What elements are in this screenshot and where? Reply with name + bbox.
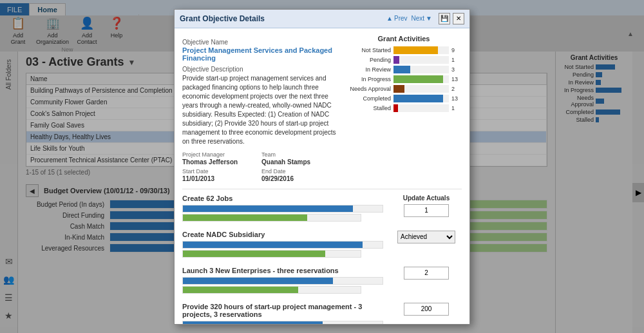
obj-bar-container-blue — [182, 241, 383, 249]
modal-titlebar: Grant Objective Details ▲ Prev Next ▼ 💾 … — [175, 10, 469, 28]
modal-right: Grant Activities Not Started 9 Pending 1… — [346, 35, 462, 182]
pm-value: Thomas Jefferson — [182, 158, 238, 166]
activity-bar-wrap — [393, 56, 449, 64]
objective-left: Create 62 Jobs — [182, 195, 383, 222]
end-date-cell: End Date 09/29/2016 — [261, 168, 338, 182]
activity-row: In Progress 13 — [346, 75, 462, 83]
activity-row: Stalled 1 — [346, 104, 462, 112]
activity-count: 3 — [451, 66, 462, 73]
obj-bar-blue — [183, 278, 333, 284]
activity-bar-wrap — [393, 75, 449, 83]
update-row — [391, 204, 462, 217]
obj-bar-container-green — [182, 214, 361, 222]
update-row: Achieved — [391, 231, 462, 243]
objective-split: Create 62 Jobs Update — [182, 195, 462, 222]
obj-bar-container-blue — [182, 205, 383, 213]
achieved-select[interactable]: Achieved — [397, 231, 455, 243]
objective-title: Launch 3 New Enterprises - three reserva… — [182, 267, 383, 274]
info-grid: Project Manager Thomas Jefferson Team Qu… — [182, 151, 338, 182]
modal-save-button[interactable]: 💾 — [439, 13, 450, 24]
objectives-section: Create 62 Jobs Update — [182, 189, 462, 325]
activity-label: Needs Approval — [346, 86, 391, 92]
activity-row: In Review 3 — [346, 66, 462, 73]
activity-label: Not Started — [346, 47, 391, 53]
activity-row: Needs Approval 2 — [346, 85, 462, 93]
objective-row: Create NADC Subsidiary — [182, 231, 462, 258]
activity-row: Pending 1 — [346, 56, 462, 64]
objective-left: Create NADC Subsidiary — [182, 231, 383, 258]
activity-label: In Review — [346, 66, 391, 73]
next-button[interactable]: Next ▼ — [412, 15, 432, 22]
objective-name-label: Objective Name — [182, 39, 338, 46]
prev-button[interactable]: ▲ Prev — [386, 15, 407, 22]
activity-bar — [393, 75, 443, 83]
modal-nav: ▲ Prev Next ▼ — [386, 15, 432, 22]
update-input[interactable] — [404, 204, 449, 217]
activity-bar — [393, 95, 443, 102]
grant-objective-modal: Grant Objective Details ▲ Prev Next ▼ 💾 … — [174, 9, 470, 325]
update-row — [391, 267, 462, 280]
modal-title: Grant Objective Details — [180, 14, 386, 23]
obj-bars: 200 — [182, 321, 383, 325]
activity-label: Stalled — [346, 105, 391, 111]
obj-bar-container-blue — [182, 277, 383, 285]
obj-bar-container-green — [182, 286, 361, 294]
obj-bar-blue — [183, 242, 363, 248]
obj-bars — [182, 205, 383, 222]
start-date-label: Start Date — [182, 168, 259, 175]
activity-count: 13 — [451, 95, 462, 102]
objective-split: Provide 320 hours of start-up project ma… — [182, 303, 462, 325]
activity-count: 2 — [451, 86, 462, 92]
end-date-label: End Date — [261, 168, 338, 175]
update-actuals-label: Update Actuals — [391, 195, 462, 202]
start-date-value: 11/01/2013 — [182, 175, 214, 182]
pm-label: Project Manager — [182, 151, 259, 158]
objective-right — [391, 303, 462, 325]
activity-bar-wrap — [393, 95, 449, 102]
team-cell: Team Quanah Stamps — [261, 151, 338, 166]
end-date-value: 09/29/2016 — [261, 175, 294, 182]
update-input[interactable] — [404, 267, 449, 280]
activity-count: 9 — [451, 47, 462, 53]
obj-bar-row-green — [182, 286, 383, 294]
obj-bar-green — [183, 287, 298, 293]
obj-bar-green — [183, 251, 325, 257]
activity-bar — [393, 66, 410, 73]
prev-label: Prev — [394, 15, 408, 22]
objective-name-value: Project Management Services and Packaged… — [182, 46, 338, 62]
activity-label: Completed — [346, 95, 391, 102]
objective-title: Create NADC Subsidiary — [182, 231, 383, 238]
activity-row: Completed 13 — [346, 95, 462, 102]
objective-right: Update Actuals — [391, 195, 462, 222]
modal-close-button[interactable]: ✕ — [453, 13, 464, 24]
modal-activities: Not Started 9 Pending 1 In Review 3 In P… — [346, 46, 462, 112]
obj-bar-container-blue — [182, 321, 383, 325]
obj-bars — [182, 277, 383, 294]
modal-controls: 💾 ✕ — [439, 13, 464, 24]
activity-bar — [393, 46, 438, 54]
objective-desc-text: Provide start-up project management serv… — [182, 74, 338, 146]
next-label: Next — [412, 15, 425, 22]
team-value: Quanah Stamps — [261, 158, 310, 166]
team-label: Team — [261, 151, 338, 158]
update-input[interactable] — [404, 303, 449, 316]
activity-bar-wrap — [393, 66, 449, 73]
obj-bar-green — [183, 214, 307, 221]
objective-right — [391, 267, 462, 294]
obj-bar-row-green — [182, 214, 383, 222]
obj-bar-container-green — [182, 250, 361, 258]
obj-bar-row — [182, 277, 383, 285]
start-date-cell: Start Date 11/01/2013 — [182, 168, 259, 182]
obj-bar-row — [182, 205, 383, 213]
objective-split: Launch 3 New Enterprises - three reserva… — [182, 267, 462, 294]
activity-count: 13 — [451, 76, 462, 82]
obj-bar-blue — [183, 321, 323, 325]
activity-bar — [393, 56, 399, 64]
obj-bar-row — [182, 321, 383, 325]
objective-left: Provide 320 hours of start-up project ma… — [182, 303, 383, 325]
prev-arrow-icon: ▲ — [386, 15, 393, 22]
objective-title: Create 62 Jobs — [182, 195, 383, 202]
activity-count: 1 — [451, 105, 462, 111]
modal-left: Objective Name Project Management Servic… — [182, 35, 338, 182]
objective-split: Create NADC Subsidiary — [182, 231, 462, 258]
